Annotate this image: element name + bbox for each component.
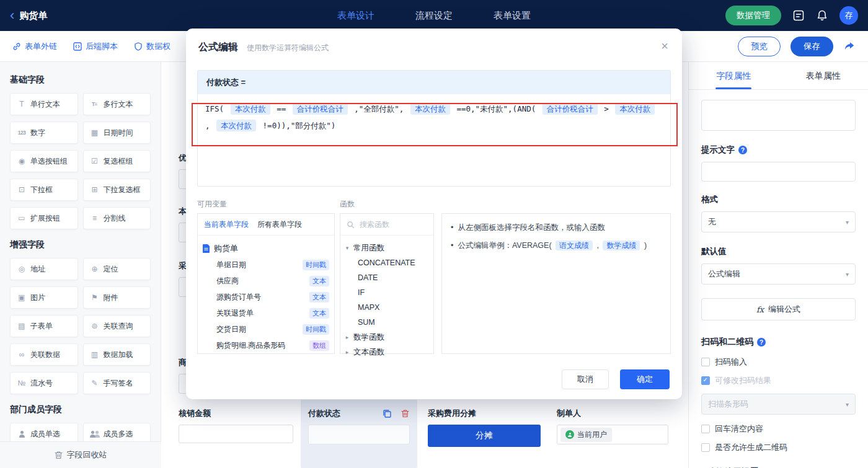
tab-form-settings[interactable]: 表单设置: [494, 10, 531, 22]
formula-field-token[interactable]: 本次付款: [231, 103, 270, 115]
data-permission-link[interactable]: 数据权: [134, 41, 170, 52]
palette-item-data-load[interactable]: ▥数据加载: [83, 343, 151, 366]
variable-field-row[interactable]: 源购货订单号文本: [203, 289, 329, 305]
palette-item-label: 下拉框: [30, 185, 53, 195]
palette-item-number[interactable]: 123数字: [10, 121, 78, 144]
payment-status-field-selected[interactable]: 付款状态: [301, 400, 417, 468]
tab-all-form-fields[interactable]: 所有表单字段: [257, 219, 302, 230]
field-title-input[interactable]: [701, 100, 856, 131]
function-item[interactable]: MAPX: [344, 300, 430, 315]
palette-item-dropdown[interactable]: ⊡下拉框: [10, 179, 78, 201]
option-editable-scan-result[interactable]: 可修改扫码结果: [701, 375, 856, 386]
formula-text: ,"全部付款",: [350, 104, 409, 113]
cost-share-field[interactable]: 采购费用分摊 分摊: [428, 408, 542, 447]
field-input[interactable]: 当前用户: [557, 425, 668, 444]
checkbox[interactable]: [701, 358, 710, 366]
palette-item-multi-dropdown[interactable]: ⊞下拉复选框: [83, 179, 151, 201]
palette-item-divider[interactable]: ≡分割线: [83, 207, 151, 229]
tab-form-design[interactable]: 表单设计: [337, 10, 374, 22]
palette-item-label: 数字: [30, 128, 45, 138]
variable-field-row[interactable]: 交货日期时间戳: [203, 321, 329, 337]
copy-icon[interactable]: [383, 409, 391, 418]
function-item[interactable]: IF: [344, 285, 430, 300]
palette-item-serial-number[interactable]: №流水号: [10, 372, 78, 394]
palette-item-image[interactable]: ▣图片: [10, 286, 78, 309]
write-off-field[interactable]: 核销金额: [179, 408, 293, 443]
field-recycle-bin[interactable]: 字段回收站: [0, 441, 161, 468]
bulletin-icon[interactable]: [792, 9, 805, 22]
tab-current-form-fields[interactable]: 当前表单字段: [204, 219, 249, 230]
function-item[interactable]: CONCATENATE: [344, 255, 430, 270]
tab-form-properties[interactable]: 表单属性: [779, 62, 868, 89]
palette-item-address[interactable]: ◎地址: [10, 258, 78, 280]
formula-field-token[interactable]: 合计价税合计: [293, 103, 348, 115]
palette-item-checkbox-group[interactable]: ☑复选框组: [83, 150, 151, 172]
edit-formula-button[interactable]: fx 编辑公式: [701, 298, 856, 320]
back-icon[interactable]: ‹: [10, 9, 14, 22]
save-button[interactable]: 保存: [790, 37, 833, 56]
palette-item-radio-group[interactable]: ◉单选按钮组: [10, 150, 78, 172]
creator-field[interactable]: 制单人 当前用户: [557, 408, 671, 444]
variable-field-row[interactable]: 供应商文本: [203, 273, 329, 289]
formula-input[interactable]: IFS( 本次付款 == 合计价税合计 ,"全部付款", 本次付款 ==0,"未…: [198, 94, 670, 186]
variable-field-row[interactable]: 购货明细.商品条形码数组: [203, 337, 329, 353]
function-item[interactable]: SUM: [344, 315, 430, 330]
format-select[interactable]: 无 ▾: [701, 211, 856, 232]
data-manage-button[interactable]: 数据管理: [725, 6, 781, 25]
checkbox[interactable]: [701, 425, 710, 433]
variable-field-row[interactable]: 关联退货单文本: [203, 305, 329, 321]
formula-field-token[interactable]: 本次付款: [410, 103, 450, 115]
palette-item-signature[interactable]: ✎手写签名: [83, 372, 151, 394]
formula-field-token[interactable]: 合计价税合计: [542, 103, 598, 115]
function-search[interactable]: [340, 214, 433, 236]
palette-item-extend-button[interactable]: ▭扩展按钮: [10, 207, 78, 229]
checkbox[interactable]: [701, 376, 710, 385]
tab-field-properties[interactable]: 字段属性: [689, 62, 779, 89]
checkbox[interactable]: [701, 443, 710, 452]
share-icon[interactable]: [843, 40, 856, 53]
option-scan-input[interactable]: 扫码输入: [701, 356, 856, 368]
formula-field-token[interactable]: 本次付款: [615, 103, 655, 115]
delete-icon[interactable]: [401, 409, 410, 418]
palette-item-subform[interactable]: ▤子表单: [10, 315, 78, 337]
default-value-select[interactable]: 公式编辑 ▾: [701, 263, 856, 285]
confirm-button[interactable]: 确定: [620, 369, 670, 389]
hint-text-input[interactable]: [701, 162, 856, 182]
palette-item-related-query[interactable]: ⊚关联查询: [83, 315, 151, 337]
formula-field-token[interactable]: 本次付款: [216, 120, 256, 131]
option-enter-clear[interactable]: 回车清空内容: [701, 423, 856, 435]
palette-item-related-data[interactable]: ∞关联数据: [10, 343, 78, 366]
help-icon[interactable]: ?: [738, 146, 747, 154]
field-label: 制单人: [557, 408, 671, 419]
function-group[interactable]: ▸数学函数: [344, 330, 430, 345]
bell-icon[interactable]: [816, 9, 828, 22]
function-group[interactable]: ▸文本函数: [344, 345, 430, 360]
palette-item-location[interactable]: ⊕定位: [83, 258, 151, 280]
form-node[interactable]: 购货单: [203, 241, 329, 257]
palette-item-datetime[interactable]: ▦日期时间: [83, 121, 151, 144]
form-external-link[interactable]: 表单外链: [12, 41, 57, 52]
close-icon[interactable]: ×: [661, 40, 668, 52]
formula-editor-modal: × 公式编辑 使用数学运算符编辑公式 付款状态 = IFS( 本次付款 == 合…: [186, 29, 682, 399]
user-avatar[interactable]: 存: [839, 6, 858, 25]
palette-item-attachment[interactable]: ⚑附件: [83, 286, 151, 309]
palette-item-single-line-text[interactable]: T单行文本: [10, 93, 78, 115]
formula-target: 付款状态 =: [198, 71, 670, 94]
modal-title: 公式编辑: [198, 41, 238, 54]
variable-field-row[interactable]: 单据日期时间戳: [203, 257, 329, 273]
function-item[interactable]: DATE: [344, 270, 430, 285]
field-input[interactable]: [179, 425, 293, 443]
field-input[interactable]: [308, 425, 410, 444]
variables-label: 可用变量: [197, 199, 340, 210]
share-cost-button[interactable]: 分摊: [428, 425, 541, 447]
tab-flow-settings[interactable]: 流程设定: [415, 10, 453, 22]
backend-script-link[interactable]: 后端脚本: [73, 41, 118, 52]
function-group[interactable]: ▾常用函数: [344, 241, 430, 255]
palette-item-multi-line-text[interactable]: T≡多行文本: [83, 93, 151, 115]
option-allow-qrcode[interactable]: 是否允许生成二维码: [701, 442, 856, 453]
variable-field-name: 单据日期: [216, 260, 246, 270]
help-icon[interactable]: ?: [757, 338, 766, 347]
preview-button[interactable]: 预览: [738, 37, 781, 56]
cancel-button[interactable]: 取消: [562, 369, 609, 389]
function-search-input[interactable]: [358, 219, 423, 229]
